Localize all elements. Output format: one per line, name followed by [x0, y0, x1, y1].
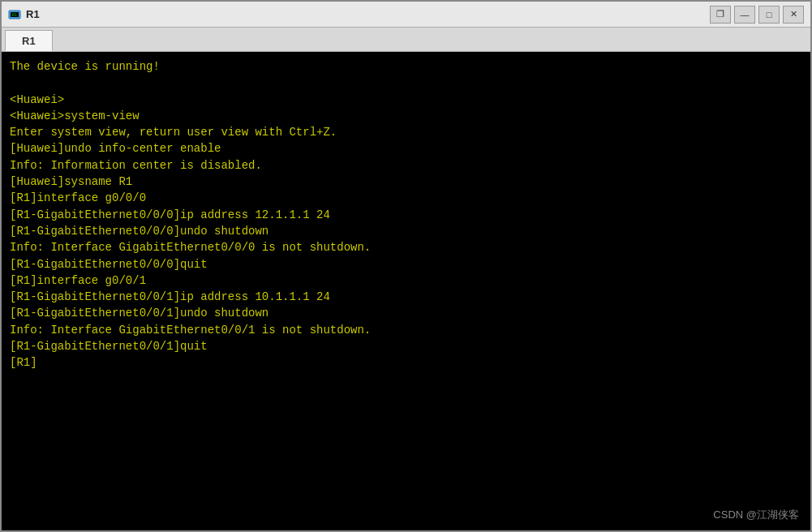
terminal-line: <Huawei> [10, 92, 802, 108]
watermark: CSDN @江湖侠客 [713, 508, 799, 522]
terminal-line: [R1]interface g0/0/0 [10, 190, 802, 206]
tab-bar: R1 [2, 28, 810, 52]
window-controls: ❐ — □ ✕ [710, 6, 804, 24]
window-icon: R1 [8, 8, 21, 21]
minimize-button[interactable]: — [734, 6, 755, 24]
svg-text:R1: R1 [12, 12, 17, 17]
terminal-empty-line [10, 75, 802, 91]
tab-r1[interactable]: R1 [5, 30, 53, 51]
terminal-line: [R1] [10, 354, 802, 371]
terminal-line: [R1-GigabitEthernet0/0/1]quit [10, 338, 802, 354]
terminal-line: [R1-GigabitEthernet0/0/0]ip address 12.1… [10, 207, 802, 223]
terminal-line: [R1]interface g0/0/1 [10, 272, 802, 289]
title-bar: R1 R1 ❐ — □ ✕ [2, 2, 810, 28]
terminal-line: [R1-GigabitEthernet0/0/0]undo shutdown [10, 223, 802, 239]
maximize-button[interactable]: □ [758, 6, 780, 24]
terminal-line: [Huawei]sysname R1 [10, 174, 802, 190]
terminal-line: Info: Information center is disabled. [10, 157, 802, 174]
terminal-line: Info: Interface GigabitEthernet0/0/0 is … [10, 239, 802, 255]
terminal-line: Enter system view, return user view with… [10, 124, 802, 140]
terminal-line: The device is running! [10, 58, 802, 75]
close-button[interactable]: ✕ [783, 6, 804, 24]
terminal-line: [R1-GigabitEthernet0/0/0]quit [10, 256, 802, 272]
terminal-output: The device is running!<Huawei><Huawei>sy… [2, 52, 810, 530]
terminal-line: <Huawei>system-view [10, 108, 802, 124]
main-window: R1 R1 ❐ — □ ✕ R1 The device is running!<… [0, 0, 812, 532]
restore-button[interactable]: ❐ [710, 6, 731, 24]
terminal-line: [R1-GigabitEthernet0/0/1]ip address 10.1… [10, 289, 802, 305]
terminal-line: Info: Interface GigabitEthernet0/0/1 is … [10, 322, 802, 338]
terminal-line: [R1-GigabitEthernet0/0/1]undo shutdown [10, 305, 802, 321]
window-title: R1 [26, 8, 710, 20]
terminal-line: [Huawei]undo info-center enable [10, 140, 802, 157]
